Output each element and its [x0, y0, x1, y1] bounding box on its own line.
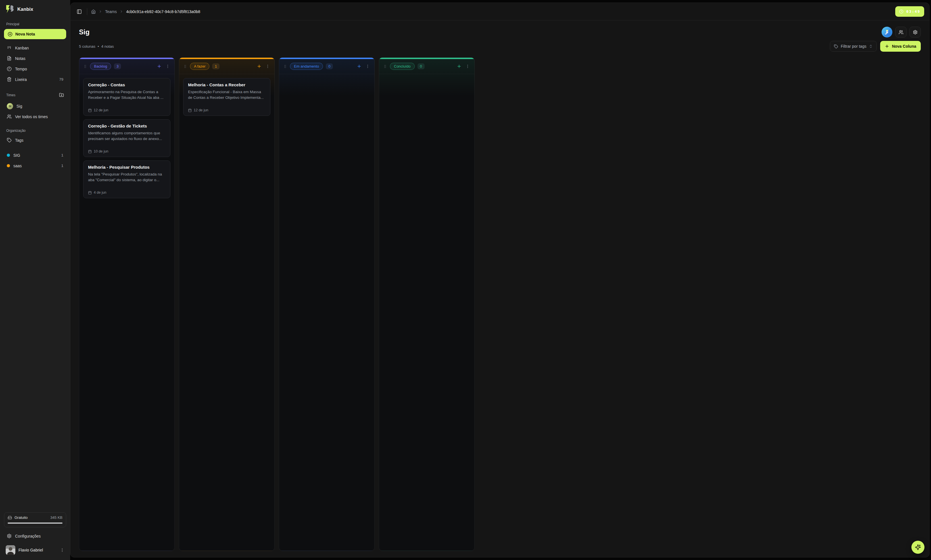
tag-row-saas[interactable]: saas 1 [4, 160, 66, 171]
card-description: Na tela "Pesquisar Produtos", localizada… [88, 172, 166, 183]
tag-count: 1 [62, 153, 63, 157]
app-name: Kanbix [17, 6, 33, 12]
column-name-pill[interactable]: Concluído [390, 63, 415, 70]
tag-name: saas [13, 163, 22, 168]
column-cards: Melhoria - Contas a Receber Especificaçã… [179, 74, 274, 268]
team-avatar: SI [7, 103, 13, 109]
chevron-right-icon [120, 10, 123, 13]
column-add-card-button[interactable] [256, 63, 262, 69]
meta-separator: • [98, 44, 99, 49]
column-em-andamento: Em andamento 0 [279, 57, 375, 268]
clock-icon [7, 66, 12, 71]
grip-vertical-icon[interactable] [83, 64, 87, 69]
column-name-pill[interactable]: A fazer [190, 63, 209, 70]
sidebar-item-label: Lixeira [15, 77, 27, 82]
calendar-icon [88, 108, 92, 112]
calendar-icon [188, 108, 192, 112]
card-description: Aprimoramento na Pesquisa de Contas a Re… [88, 89, 166, 100]
card-date-text: 12 de jun [194, 108, 208, 112]
home-icon[interactable] [91, 9, 96, 14]
column-concluido: Concluído 0 [379, 57, 445, 268]
kanban-card[interactable]: Melhoria - Pesquisar Produtos Na tela "P… [83, 160, 171, 198]
chevron-right-icon [98, 10, 102, 13]
sidebar-item-label: Notas [15, 56, 26, 61]
new-note-label: Nova Nota [15, 32, 35, 36]
tag-name: SIG [13, 153, 20, 158]
column-cards [279, 74, 374, 268]
sidebar-item-kanban[interactable]: Kanban [4, 43, 66, 53]
users-icon [7, 114, 12, 119]
breadcrumb-teams[interactable]: Teams [105, 9, 117, 14]
kanban-card[interactable]: Correção - Contas Aprimoramento na Pesqu… [83, 78, 171, 116]
card-title: Correção - Contas [88, 82, 166, 87]
column-name-pill[interactable]: Em andamento [290, 63, 323, 70]
section-organizacao: Organização [4, 129, 66, 132]
sidebar: Kanbix Principal Nova Nota Kanban [0, 0, 70, 268]
column-add-card-button[interactable] [356, 63, 362, 69]
file-text-icon [7, 56, 12, 61]
column-count-badge: 3 [114, 63, 121, 69]
tag-count: 1 [62, 163, 63, 168]
section-times: Times [4, 93, 18, 97]
sidebar-item-tags[interactable]: Tags [4, 135, 66, 145]
grip-vertical-icon[interactable] [283, 64, 287, 69]
board: Sig [71, 20, 445, 268]
card-title: Melhoria - Contas a Receber [188, 82, 266, 87]
sidebar-item-notas[interactable]: Notas [4, 53, 66, 64]
calendar-icon [88, 150, 92, 153]
kanban-card[interactable]: Correção - Gestão de Tickets Identificam… [83, 119, 171, 157]
breadcrumb: Teams 4cb0c91a-eb92-40c7-94c8-b7d5f813a0… [91, 9, 200, 14]
column-a-fazer: A fazer 1 Melhoria - Contas a Receber Es… [179, 57, 275, 268]
sidebar-item-tempo[interactable]: Tempo [4, 64, 66, 74]
column-cards [379, 74, 445, 268]
card-description: Identificamos alguns comportamentos que … [88, 130, 166, 142]
card-date-text: 4 de jun [94, 191, 106, 194]
panel-left-icon [77, 9, 82, 14]
card-title: Melhoria - Pesquisar Produtos [88, 165, 166, 169]
tag-row-sig[interactable]: SIG 1 [4, 150, 66, 160]
topbar: Teams 4cb0c91a-eb92-40c7-94c8-b7d5f813a0… [71, 3, 445, 20]
column-count-badge: 1 [212, 63, 219, 69]
kanban-card[interactable]: Melhoria - Contas a Receber Especificaçã… [183, 78, 270, 116]
card-date-text: 12 de jun [94, 108, 108, 112]
tag-icon [7, 138, 12, 143]
app-logo-row[interactable]: Kanbix [4, 4, 66, 14]
sidebar-item-label: Tempo [15, 67, 27, 71]
sidebar-nav: Kanban Notas Tempo Lixe [4, 43, 66, 85]
team-name: Sig [17, 104, 22, 108]
column-count-badge: 0 [417, 63, 425, 69]
column-menu-button[interactable] [165, 64, 171, 69]
trash-icon [7, 77, 12, 82]
column-name-pill[interactable]: Backlog [90, 63, 111, 70]
sidebar-item-lixeira[interactable]: Lixeira 79 [4, 74, 66, 85]
new-note-button[interactable]: Nova Nota [4, 29, 66, 39]
section-principal: Principal [4, 22, 66, 26]
tags-label: Tags [15, 138, 23, 143]
column-menu-button[interactable] [265, 64, 270, 69]
tag-color-dot [7, 154, 10, 157]
circle-plus-icon [8, 32, 12, 37]
sidebar-team-sig[interactable]: SI Sig [4, 101, 66, 111]
column-menu-button[interactable] [365, 64, 370, 69]
board-title: Sig [79, 28, 89, 36]
trash-count-badge: 79 [59, 77, 63, 82]
column-count-badge: 0 [326, 63, 333, 69]
column-cards: Correção - Contas Aprimoramento na Pesqu… [79, 74, 174, 268]
notes-count: 4 notas [102, 44, 114, 49]
card-description: Especificação Funcional - Baixa em Massa… [188, 89, 266, 100]
app-logo-icon [6, 5, 14, 14]
grip-vertical-icon[interactable] [383, 64, 387, 69]
tag-color-dot [7, 164, 10, 167]
column-add-card-button[interactable] [156, 63, 162, 69]
see-all-teams-label: Ver todos os times [15, 114, 48, 119]
column-backlog: Backlog 3 Correção - Contas Aprimorament… [79, 57, 175, 268]
breadcrumb-board-id: 4cb0c91a-eb92-40c7-94c8-b7d5f813a0b8 [126, 9, 200, 14]
card-date-text: 10 de jun [94, 149, 108, 153]
add-team-button[interactable] [58, 92, 65, 98]
divider [87, 8, 87, 15]
see-all-teams[interactable]: Ver todos os times [4, 111, 66, 122]
board-meta: 5 colunas • 4 notas [79, 44, 114, 49]
sidebar-toggle-button[interactable] [75, 8, 83, 15]
grip-vertical-icon[interactable] [183, 64, 187, 69]
folder-plus-icon [59, 92, 64, 97]
